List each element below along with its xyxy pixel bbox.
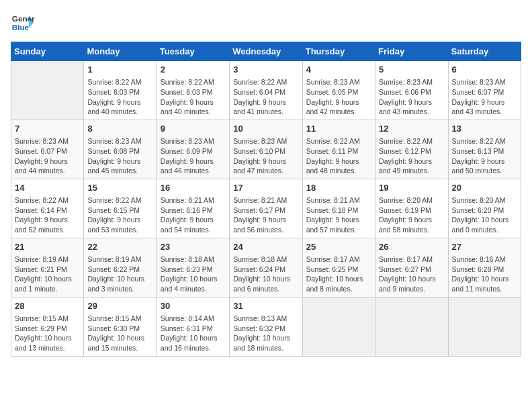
- calendar-cell: 26Sunrise: 8:17 AM Sunset: 6:27 PM Dayli…: [375, 238, 448, 297]
- day-number: 28: [15, 300, 80, 312]
- calendar-cell: 10Sunrise: 8:23 AM Sunset: 6:10 PM Dayli…: [230, 120, 302, 179]
- calendar-cell: 7Sunrise: 8:23 AM Sunset: 6:07 PM Daylig…: [11, 120, 84, 179]
- day-number: 20: [452, 182, 517, 194]
- calendar-cell: 1Sunrise: 8:22 AM Sunset: 6:03 PM Daylig…: [84, 61, 157, 120]
- calendar-cell: 18Sunrise: 8:21 AM Sunset: 6:18 PM Dayli…: [302, 179, 375, 238]
- calendar-cell: 2Sunrise: 8:22 AM Sunset: 6:03 PM Daylig…: [157, 61, 229, 120]
- day-header-saturday: Saturday: [448, 42, 521, 61]
- day-info: Sunrise: 8:23 AM Sunset: 6:05 PM Dayligh…: [306, 77, 371, 117]
- day-info: Sunrise: 8:21 AM Sunset: 6:18 PM Dayligh…: [306, 195, 371, 235]
- calendar-cell: 21Sunrise: 8:19 AM Sunset: 6:21 PM Dayli…: [11, 238, 84, 297]
- logo: General Blue: [11, 11, 35, 35]
- day-number: 5: [379, 64, 444, 76]
- logo-icon: General Blue: [11, 11, 35, 35]
- day-info: Sunrise: 8:22 AM Sunset: 6:14 PM Dayligh…: [15, 195, 80, 235]
- calendar-cell: 9Sunrise: 8:23 AM Sunset: 6:09 PM Daylig…: [157, 120, 229, 179]
- svg-text:Blue: Blue: [12, 23, 30, 32]
- day-number: 17: [233, 182, 298, 194]
- day-info: Sunrise: 8:23 AM Sunset: 6:08 PM Dayligh…: [87, 136, 152, 176]
- calendar-cell: 16Sunrise: 8:21 AM Sunset: 6:16 PM Dayli…: [157, 179, 229, 238]
- calendar-cell: 3Sunrise: 8:22 AM Sunset: 6:04 PM Daylig…: [230, 61, 302, 120]
- day-number: 18: [306, 182, 371, 194]
- calendar-week-4: 21Sunrise: 8:19 AM Sunset: 6:21 PM Dayli…: [11, 238, 521, 297]
- day-info: Sunrise: 8:19 AM Sunset: 6:21 PM Dayligh…: [15, 255, 80, 294]
- day-info: Sunrise: 8:18 AM Sunset: 6:24 PM Dayligh…: [233, 255, 298, 294]
- day-number: 9: [161, 123, 226, 135]
- day-info: Sunrise: 8:18 AM Sunset: 6:23 PM Dayligh…: [161, 255, 226, 294]
- calendar-cell: 25Sunrise: 8:17 AM Sunset: 6:25 PM Dayli…: [302, 238, 375, 297]
- day-number: 6: [452, 64, 517, 76]
- day-header-monday: Monday: [84, 42, 157, 61]
- page-header: General Blue: [11, 11, 521, 35]
- day-header-thursday: Thursday: [302, 42, 375, 61]
- day-number: 11: [306, 123, 371, 135]
- calendar-cell: 27Sunrise: 8:16 AM Sunset: 6:28 PM Dayli…: [448, 238, 521, 297]
- day-info: Sunrise: 8:21 AM Sunset: 6:17 PM Dayligh…: [233, 195, 298, 235]
- day-number: 25: [306, 241, 371, 253]
- day-number: 14: [15, 182, 80, 194]
- day-number: 15: [87, 182, 152, 194]
- day-number: 7: [15, 123, 80, 135]
- calendar-cell: 6Sunrise: 8:23 AM Sunset: 6:07 PM Daylig…: [448, 61, 521, 120]
- day-info: Sunrise: 8:22 AM Sunset: 6:15 PM Dayligh…: [87, 195, 152, 235]
- day-info: Sunrise: 8:22 AM Sunset: 6:03 PM Dayligh…: [87, 77, 152, 117]
- calendar-cell: 24Sunrise: 8:18 AM Sunset: 6:24 PM Dayli…: [230, 238, 302, 297]
- day-number: 24: [233, 241, 298, 253]
- day-info: Sunrise: 8:23 AM Sunset: 6:07 PM Dayligh…: [15, 136, 80, 176]
- calendar-cell: [448, 297, 521, 356]
- calendar-cell: 22Sunrise: 8:19 AM Sunset: 6:22 PM Dayli…: [84, 238, 157, 297]
- day-info: Sunrise: 8:20 AM Sunset: 6:20 PM Dayligh…: [452, 195, 517, 235]
- day-header-wednesday: Wednesday: [230, 42, 302, 61]
- day-header-friday: Friday: [375, 42, 448, 61]
- calendar-week-5: 28Sunrise: 8:15 AM Sunset: 6:29 PM Dayli…: [11, 297, 521, 356]
- calendar-cell: 29Sunrise: 8:15 AM Sunset: 6:30 PM Dayli…: [84, 297, 157, 356]
- calendar-cell: 30Sunrise: 8:14 AM Sunset: 6:31 PM Dayli…: [157, 297, 229, 356]
- day-number: 21: [15, 241, 80, 253]
- day-info: Sunrise: 8:20 AM Sunset: 6:19 PM Dayligh…: [379, 195, 444, 235]
- calendar-cell: 23Sunrise: 8:18 AM Sunset: 6:23 PM Dayli…: [157, 238, 229, 297]
- calendar-cell: 4Sunrise: 8:23 AM Sunset: 6:05 PM Daylig…: [302, 61, 375, 120]
- calendar-cell: 8Sunrise: 8:23 AM Sunset: 6:08 PM Daylig…: [84, 120, 157, 179]
- day-info: Sunrise: 8:23 AM Sunset: 6:07 PM Dayligh…: [452, 77, 517, 117]
- day-info: Sunrise: 8:19 AM Sunset: 6:22 PM Dayligh…: [87, 255, 152, 294]
- day-number: 10: [233, 123, 298, 135]
- day-info: Sunrise: 8:17 AM Sunset: 6:27 PM Dayligh…: [379, 255, 444, 294]
- calendar-week-1: 1Sunrise: 8:22 AM Sunset: 6:03 PM Daylig…: [11, 61, 521, 120]
- calendar-cell: 31Sunrise: 8:13 AM Sunset: 6:32 PM Dayli…: [230, 297, 302, 356]
- calendar-header-row: SundayMondayTuesdayWednesdayThursdayFrid…: [11, 42, 521, 61]
- day-info: Sunrise: 8:22 AM Sunset: 6:11 PM Dayligh…: [306, 136, 371, 176]
- day-info: Sunrise: 8:23 AM Sunset: 6:09 PM Dayligh…: [161, 136, 226, 176]
- day-number: 31: [233, 300, 298, 312]
- calendar-cell: 28Sunrise: 8:15 AM Sunset: 6:29 PM Dayli…: [11, 297, 84, 356]
- calendar-week-2: 7Sunrise: 8:23 AM Sunset: 6:07 PM Daylig…: [11, 120, 521, 179]
- day-number: 8: [87, 123, 152, 135]
- day-number: 16: [161, 182, 226, 194]
- day-info: Sunrise: 8:16 AM Sunset: 6:28 PM Dayligh…: [452, 255, 517, 294]
- calendar-cell: 12Sunrise: 8:22 AM Sunset: 6:12 PM Dayli…: [375, 120, 448, 179]
- calendar-cell: [11, 61, 84, 120]
- calendar-cell: 14Sunrise: 8:22 AM Sunset: 6:14 PM Dayli…: [11, 179, 84, 238]
- calendar-week-3: 14Sunrise: 8:22 AM Sunset: 6:14 PM Dayli…: [11, 179, 521, 238]
- day-number: 4: [306, 64, 371, 76]
- day-info: Sunrise: 8:23 AM Sunset: 6:06 PM Dayligh…: [379, 77, 444, 117]
- day-info: Sunrise: 8:13 AM Sunset: 6:32 PM Dayligh…: [233, 314, 298, 353]
- day-number: 29: [87, 300, 152, 312]
- day-number: 2: [161, 64, 226, 76]
- day-info: Sunrise: 8:21 AM Sunset: 6:16 PM Dayligh…: [161, 195, 226, 235]
- day-number: 12: [379, 123, 444, 135]
- day-number: 23: [161, 241, 226, 253]
- day-info: Sunrise: 8:14 AM Sunset: 6:31 PM Dayligh…: [161, 314, 226, 353]
- calendar-cell: [302, 297, 375, 356]
- day-info: Sunrise: 8:17 AM Sunset: 6:25 PM Dayligh…: [306, 255, 371, 294]
- calendar-table: SundayMondayTuesdayWednesdayThursdayFrid…: [11, 42, 521, 357]
- day-info: Sunrise: 8:23 AM Sunset: 6:10 PM Dayligh…: [233, 136, 298, 176]
- day-info: Sunrise: 8:22 AM Sunset: 6:03 PM Dayligh…: [161, 77, 226, 117]
- day-number: 13: [452, 123, 517, 135]
- calendar-cell: 17Sunrise: 8:21 AM Sunset: 6:17 PM Dayli…: [230, 179, 302, 238]
- calendar-cell: 5Sunrise: 8:23 AM Sunset: 6:06 PM Daylig…: [375, 61, 448, 120]
- day-header-sunday: Sunday: [11, 42, 84, 61]
- calendar-cell: [375, 297, 448, 356]
- day-info: Sunrise: 8:15 AM Sunset: 6:30 PM Dayligh…: [87, 314, 152, 353]
- calendar-cell: 13Sunrise: 8:22 AM Sunset: 6:13 PM Dayli…: [448, 120, 521, 179]
- calendar-cell: 15Sunrise: 8:22 AM Sunset: 6:15 PM Dayli…: [84, 179, 157, 238]
